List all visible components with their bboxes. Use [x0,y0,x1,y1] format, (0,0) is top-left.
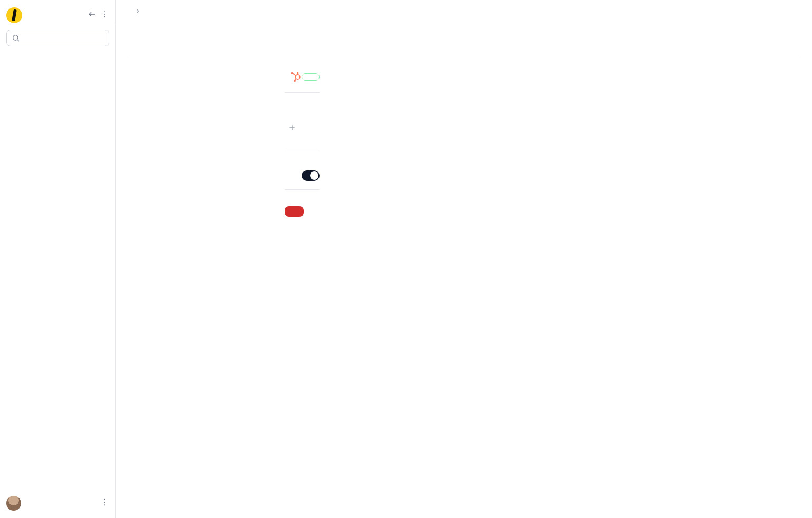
svg-point-1 [104,14,105,15]
hubspot-icon [290,71,302,83]
workspace-switcher[interactable] [6,7,109,23]
chevron-right-icon [134,7,141,16]
collapse-icon[interactable] [88,10,96,21]
ai-summaries-table [285,189,320,190]
sidebar [0,0,116,518]
workspace-logo [6,7,22,23]
svg-point-9 [291,72,293,74]
svg-point-0 [104,11,105,12]
svg-point-6 [104,504,105,505]
more-icon[interactable] [101,10,109,21]
add-fields-button[interactable] [285,119,304,136]
search-box [6,30,109,46]
fields-subtitle [285,109,320,116]
avatar[interactable] [6,496,21,511]
search-input[interactable] [6,30,109,46]
svg-point-3 [13,35,18,40]
plus-icon [288,123,296,132]
advanced-heading [285,164,320,170]
svg-point-2 [104,16,105,17]
subtabs [129,71,255,217]
search-icon [12,34,20,42]
user-footer [0,488,115,518]
disconnect-button[interactable] [285,206,304,217]
page-subtitle [129,43,799,56]
connection-status [302,73,320,81]
breadcrumb [116,0,812,24]
main [116,0,812,518]
ai-summaries-toggle[interactable] [302,170,320,181]
svg-point-8 [297,72,299,74]
svg-point-4 [104,499,105,500]
svg-point-5 [104,502,105,503]
user-more-icon[interactable] [100,497,109,509]
